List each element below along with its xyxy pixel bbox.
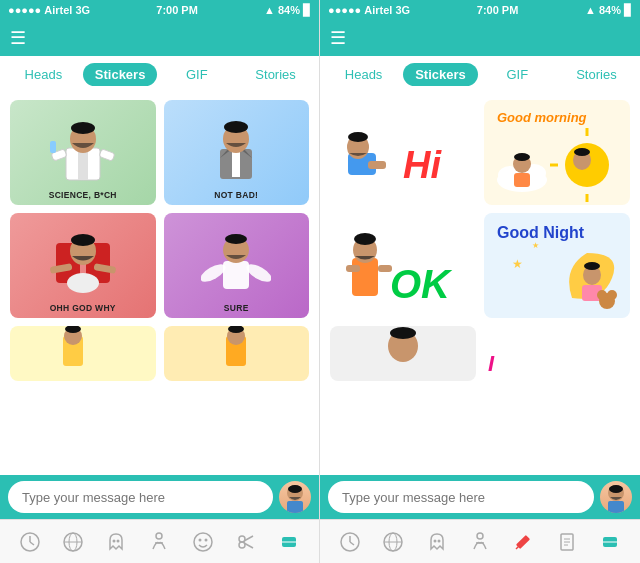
- svg-point-97: [433, 539, 436, 542]
- svg-line-93: [350, 542, 354, 545]
- svg-point-3: [71, 122, 95, 134]
- paper-icon-right[interactable]: [552, 527, 582, 557]
- sticker-cell-ohhgod[interactable]: OHH GOD WHY: [6, 209, 160, 322]
- time-left: 7:00 PM: [156, 4, 198, 16]
- partial3-svg: [378, 326, 428, 381]
- svg-point-87: [390, 327, 416, 339]
- battery-left: 84%: [278, 4, 300, 16]
- sticker-row-1-right: Hi Good morning: [326, 96, 634, 209]
- sticker-cell-ok[interactable]: OK: [326, 209, 480, 322]
- message-input-right[interactable]: [328, 481, 594, 513]
- sure-sticker-svg: [201, 223, 271, 308]
- tab-stories-right[interactable]: Stories: [557, 59, 636, 90]
- svg-rect-54: [368, 161, 386, 169]
- clock-icon-right[interactable]: [335, 527, 365, 557]
- battery-icon-left: ▊: [303, 4, 311, 17]
- smiley-icon-left[interactable]: [188, 527, 218, 557]
- svg-text:Good Night: Good Night: [497, 224, 585, 241]
- status-right-right: ▲ 84% ▊: [585, 4, 632, 17]
- svg-rect-72: [346, 265, 360, 272]
- sticker-cell-sure[interactable]: SURE: [160, 209, 314, 322]
- ghost-icon-right[interactable]: [422, 527, 452, 557]
- svg-text:★: ★: [512, 257, 523, 271]
- status-left: ●●●●● Airtel 3G: [8, 4, 90, 16]
- sticker-cell-notbad[interactable]: NOT BAD!: [160, 96, 314, 209]
- avatar-btn-right[interactable]: [600, 481, 632, 513]
- svg-rect-33: [287, 501, 303, 513]
- sticker-cell-science[interactable]: SCIENCE, B*CH: [6, 96, 160, 209]
- tab-heads-left[interactable]: Heads: [4, 59, 83, 90]
- avatar-svg-right: [600, 481, 632, 513]
- svg-point-56: [348, 132, 368, 142]
- square-icon-left[interactable]: [274, 527, 304, 557]
- hamburger-menu-right[interactable]: ☰: [330, 27, 346, 49]
- ohhgod-label: OHH GOD WHY: [10, 303, 156, 313]
- status-left-right: ●●●●● Airtel 3G: [328, 4, 410, 16]
- globe-icon-left[interactable]: [58, 527, 88, 557]
- figure-icon-left[interactable]: [144, 527, 174, 557]
- ok-sticker-svg: OK: [338, 213, 468, 318]
- tab-stories-left[interactable]: Stories: [236, 59, 315, 90]
- partial2-svg: [211, 326, 261, 381]
- bottom-icons-left: [0, 519, 319, 563]
- signal-dots-right: ●●●●●: [328, 4, 361, 16]
- figure-icon-right[interactable]: [465, 527, 495, 557]
- sticker-cell-partial2[interactable]: [160, 322, 314, 385]
- nav-bar-right: ☰: [320, 20, 640, 56]
- sticker-cell-partial4[interactable]: I: [480, 322, 634, 385]
- svg-point-45: [198, 538, 201, 541]
- svg-text:Hi: Hi: [403, 144, 442, 186]
- svg-rect-5: [99, 148, 115, 160]
- partial1-svg: [58, 326, 108, 381]
- battery-right: 84%: [599, 4, 621, 16]
- tab-stickers-right[interactable]: Stickers: [403, 63, 478, 86]
- pencil-icon-right[interactable]: [508, 527, 538, 557]
- globe-icon-right[interactable]: [378, 527, 408, 557]
- svg-point-84: [597, 290, 607, 300]
- notbad-label: NOT BAD!: [164, 190, 310, 200]
- ghost-icon-left[interactable]: [101, 527, 131, 557]
- avatar-face-right: [600, 481, 632, 513]
- svg-text:OK: OK: [390, 262, 453, 306]
- sticker-row-3-right: I: [326, 322, 634, 385]
- ohhgod-sticker-svg: [48, 223, 118, 308]
- message-input-area-left: [0, 475, 319, 519]
- svg-point-41: [117, 539, 120, 542]
- svg-point-15: [67, 273, 99, 293]
- svg-point-75: [354, 233, 376, 245]
- sticker-area-left: SCIENCE, B*CH: [0, 92, 319, 475]
- sticker-cell-goodmorning[interactable]: Good morning: [480, 96, 634, 209]
- svg-point-19: [71, 234, 95, 246]
- message-input-left[interactable]: [8, 481, 273, 513]
- battery-icon-right: ▊: [624, 4, 632, 17]
- sticker-cell-partial1[interactable]: [6, 322, 160, 385]
- sticker-row-1-left: SCIENCE, B*CH: [6, 96, 313, 209]
- svg-point-40: [113, 539, 116, 542]
- tab-gif-right[interactable]: GIF: [478, 59, 557, 90]
- avatar-btn-left[interactable]: [279, 481, 311, 513]
- sticker-cell-goodnight[interactable]: Good Night ★ ★: [480, 209, 634, 322]
- time-right: 7:00 PM: [477, 4, 519, 16]
- sticker-area-right: Hi Good morning: [320, 92, 640, 475]
- avatar-face-left: [279, 481, 311, 513]
- svg-rect-22: [223, 261, 249, 289]
- magenta-i-label: I: [488, 351, 494, 377]
- science-label: SCIENCE, B*CH: [10, 190, 156, 200]
- svg-point-44: [194, 533, 212, 551]
- sticker-row-3-left: [6, 322, 313, 385]
- scissors-icon-left[interactable]: [231, 527, 261, 557]
- science-sticker-svg: [48, 113, 118, 193]
- svg-rect-71: [352, 258, 378, 296]
- right-panel: ●●●●● Airtel 3G 7:00 PM ▲ 84% ▊ ☰ Heads …: [320, 0, 640, 563]
- tab-gif-left[interactable]: GIF: [157, 59, 236, 90]
- sticker-cell-partial3[interactable]: [326, 322, 480, 385]
- sticker-cell-hi[interactable]: Hi: [326, 96, 480, 209]
- hamburger-menu-left[interactable]: ☰: [10, 27, 26, 49]
- clock-icon-left[interactable]: [15, 527, 45, 557]
- square-icon-right[interactable]: [595, 527, 625, 557]
- sticker-row-2-left: OHH GOD WHY SURE: [6, 209, 313, 322]
- tab-stickers-left[interactable]: Stickers: [83, 63, 158, 86]
- svg-rect-70: [514, 173, 530, 187]
- status-bar-right: ●●●●● Airtel 3G 7:00 PM ▲ 84% ▊: [320, 0, 640, 20]
- tab-heads-right[interactable]: Heads: [324, 59, 403, 90]
